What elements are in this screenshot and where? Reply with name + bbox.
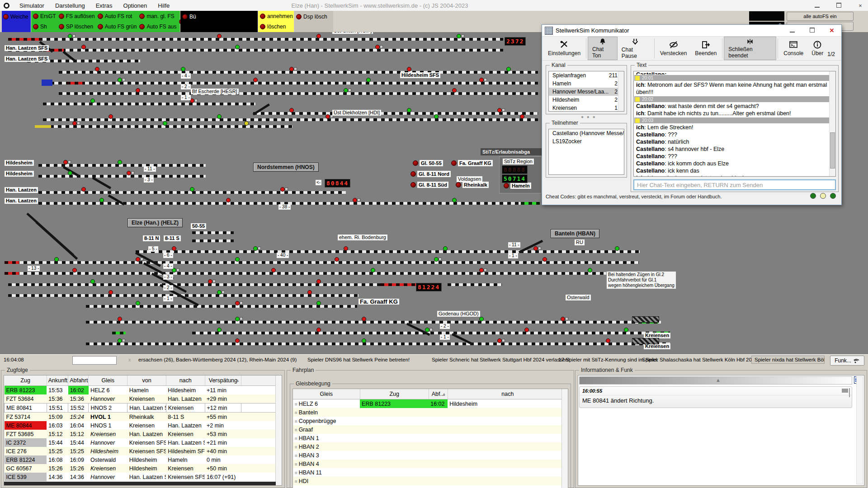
teilnehmer-item[interactable]: LS19Zocker <box>549 137 624 145</box>
signal-icon[interactable] <box>181 67 185 71</box>
toolbar-button-fs-aufl-sen[interactable]: FS auflösen <box>59 11 95 21</box>
route-button[interactable] <box>72 34 75 38</box>
table-row[interactable]: ME 8084416:0316:04HNOS 1KreiensenHan. La… <box>5 421 282 430</box>
signal-icon[interactable] <box>479 78 484 82</box>
menu-extras[interactable]: Extras <box>90 1 118 10</box>
komm-tool-beenden[interactable]: Beenden <box>691 37 721 60</box>
signal-icon[interactable] <box>479 317 484 321</box>
signal-icon[interactable] <box>533 246 538 251</box>
signal-icon[interactable] <box>90 99 95 103</box>
signal-icon[interactable] <box>136 257 140 262</box>
column-header-gleis[interactable]: Gleis <box>89 375 127 386</box>
column-header-abfahrt[interactable]: Abfahrt <box>68 375 89 386</box>
clear-x-label[interactable]: x <box>128 357 131 362</box>
signal-icon[interactable] <box>108 290 113 295</box>
signal-icon[interactable] <box>99 198 104 202</box>
komm-maximize-icon[interactable] <box>807 27 817 34</box>
route-button[interactable] <box>258 247 261 250</box>
info-vscrollbar[interactable] <box>856 376 863 484</box>
stitz-button-rheinkalk[interactable]: Rheinkalk <box>456 182 489 188</box>
signal-icon[interactable] <box>520 114 524 119</box>
route-button[interactable] <box>122 339 125 342</box>
signal-icon[interactable] <box>289 67 294 71</box>
signal-icon[interactable] <box>497 108 502 113</box>
track-segment[interactable] <box>8 272 639 275</box>
track-segment[interactable] <box>86 305 357 308</box>
kanal-item-spielanfragen[interactable]: Spielanfragen211 <box>549 71 624 80</box>
track-segment[interactable] <box>253 112 538 115</box>
table-row[interactable]: ≡ HBAN 11 <box>293 468 568 477</box>
signal-icon[interactable] <box>289 108 294 113</box>
signal-icon[interactable] <box>344 246 348 251</box>
table-row[interactable]: ERB 8122416:0816:09OsterwaldHildesheimHa… <box>5 455 282 464</box>
funk-button[interactable]: Funk... <box>830 356 864 366</box>
column-header-verspätung[interactable]: Verspätung▲ <box>205 375 241 386</box>
signal-icon[interactable] <box>425 328 429 332</box>
track-segment[interactable] <box>35 125 292 128</box>
signal-icon[interactable] <box>136 88 140 93</box>
menu-darstellung[interactable]: Darstellung <box>50 1 90 10</box>
route-button[interactable] <box>240 317 243 320</box>
route-button[interactable] <box>502 108 505 112</box>
stitz-button-fa-graaff-kg[interactable]: Fa. Graaff KG <box>451 160 493 166</box>
signal-icon[interactable] <box>371 268 375 272</box>
alle-autofs-ein-button[interactable]: alle autoFS ein <box>787 12 854 21</box>
chat-history[interactable]: Castellano: … 20:01ich: Metronom auf der… <box>633 71 836 177</box>
route-button[interactable] <box>484 268 487 272</box>
route-button[interactable] <box>380 45 383 48</box>
komm-close-icon[interactable]: ✕ <box>827 27 837 34</box>
komm-tool-verstecken[interactable]: Verstecken <box>656 37 691 60</box>
table-row[interactable]: ICE 27615:2515:25HildesheimKreiensen SFS… <box>5 447 282 455</box>
signal-icon[interactable] <box>118 160 122 164</box>
komm-tool-chat-pause[interactable]: Chat Pause <box>618 37 653 60</box>
toolbar-button-auto-fs-rot[interactable]: Auto FS rot <box>98 11 137 21</box>
route-button[interactable] <box>222 291 225 294</box>
chat-input[interactable] <box>633 179 836 190</box>
close-icon[interactable]: × <box>855 2 865 9</box>
signal-icon[interactable] <box>624 328 628 332</box>
route-button[interactable] <box>461 34 464 38</box>
signal-icon[interactable] <box>615 246 619 251</box>
toolbar-button-sh[interactable]: Sh <box>33 22 56 32</box>
kommunikator-titlebar[interactable]: StellwerkSim Kommunikator ✕ <box>542 25 841 37</box>
signal-icon[interactable] <box>335 257 339 262</box>
signal-icon[interactable] <box>217 114 222 119</box>
kanal-list[interactable]: Spielanfragen211Hameln2Hannover Messe/La… <box>548 71 624 112</box>
toolbar-button-sp-l-schen[interactable]: SP löschen <box>59 22 95 32</box>
table-row[interactable]: ≡ Coppenbrügge <box>293 417 568 425</box>
column-header-von[interactable]: von <box>127 375 166 386</box>
track-segment[interactable] <box>192 231 234 234</box>
signal-icon[interactable] <box>163 121 167 126</box>
route-button[interactable] <box>176 268 179 272</box>
table-row[interactable]: ≡ Graaf <box>293 425 568 434</box>
route-button[interactable] <box>285 188 288 191</box>
signal-icon[interactable] <box>353 198 357 202</box>
track-segment[interactable] <box>43 103 255 105</box>
track-segment[interactable] <box>86 321 661 324</box>
signal-icon[interactable] <box>72 121 77 126</box>
stitz-button-gl-50-55[interactable]: Gl. 50-55 <box>413 160 443 166</box>
track-switch-diagonal[interactable] <box>35 221 78 260</box>
track-segment[interactable] <box>43 118 538 121</box>
table-row[interactable]: FZT 5368515:1215:12KreiensenHan. Laatzen… <box>5 430 282 438</box>
station-box[interactable]: Banteln (HBAN) <box>551 229 599 238</box>
signal-icon[interactable] <box>81 45 86 49</box>
table-row[interactable]: ≡ HBAN 3 <box>293 451 568 460</box>
zugfolge-hscrollbar[interactable] <box>4 482 276 485</box>
komm-tool-schlie-en-beendet[interactable]: Schließen beendet <box>724 37 776 60</box>
signal-icon[interactable] <box>407 67 411 71</box>
signal-icon[interactable] <box>479 268 484 272</box>
table-row[interactable]: ≡ HBAN 4 <box>293 460 568 468</box>
toolbar-button-auto-fs-gr-n[interactable]: Auto FS grün <box>98 22 137 32</box>
route-button[interactable] <box>194 99 198 102</box>
route-button[interactable] <box>348 89 351 92</box>
signal-icon[interactable] <box>497 338 502 343</box>
flag-icon[interactable] <box>841 388 850 397</box>
signal-icon[interactable] <box>606 338 610 343</box>
splitter-handle[interactable]: ● ● ● <box>581 114 596 119</box>
table-row[interactable]: IC 237215:4415:44HannoverKreiensen SFSHa… <box>5 438 282 447</box>
toolbar-button-annehmen[interactable]: annehmen <box>260 11 292 21</box>
signal-icon[interactable] <box>280 187 285 192</box>
info-message-card[interactable]: 16:00:55 ME 80841 ändert Richtung. <box>579 386 852 408</box>
signal-icon[interactable] <box>316 34 321 38</box>
